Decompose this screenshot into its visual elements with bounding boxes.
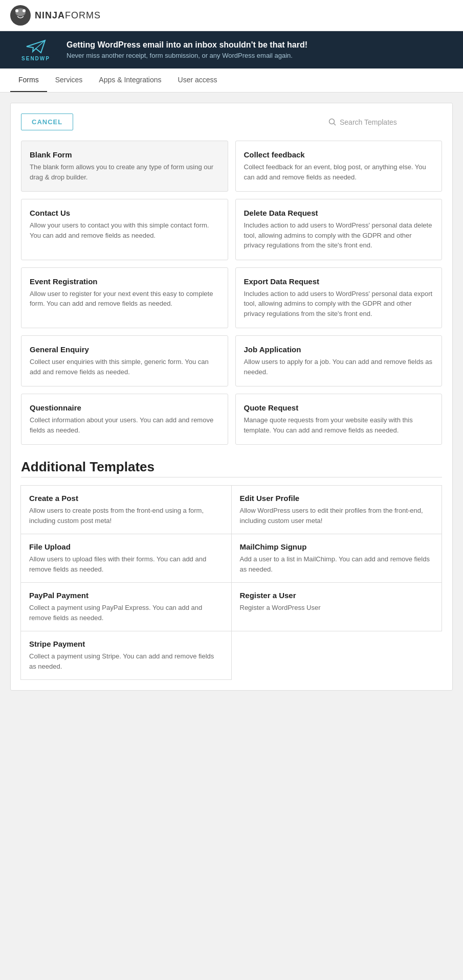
svg-point-7 <box>329 119 335 124</box>
template-card[interactable]: Questionnaire Collect information about … <box>21 394 228 445</box>
additional-description: Register a WordPress User <box>240 603 434 613</box>
template-description: Includes action to add users to WordPres… <box>244 289 434 319</box>
search-input[interactable] <box>340 118 442 126</box>
additional-section: Additional Templates Create a Post Allow… <box>21 459 442 680</box>
template-grid: Blank Form The blank form allows you to … <box>21 141 442 445</box>
template-description: Collect information about your users. Yo… <box>30 415 219 435</box>
tab-apps-integrations[interactable]: Apps & Integrations <box>91 69 169 92</box>
svg-point-3 <box>15 9 18 12</box>
template-title: Job Application <box>244 345 434 354</box>
additional-title-text: Edit User Profile <box>240 494 434 503</box>
template-card[interactable]: Collect feedback Collect feedback for an… <box>235 141 443 192</box>
template-card[interactable]: Quote Request Manage quote requests from… <box>235 394 443 445</box>
sendwp-banner[interactable]: SENDWP Getting WordPress email into an i… <box>0 31 463 69</box>
additional-grid: Create a Post Allow users to create post… <box>21 486 442 680</box>
additional-description: Allow users to create posts from the fro… <box>29 506 223 526</box>
sendwp-logo: SENDWP <box>15 38 56 61</box>
brand-name: NINJAFORMS <box>35 10 101 21</box>
additional-card[interactable]: Register a User Register a WordPress Use… <box>231 582 443 631</box>
sendwp-content: Getting WordPress email into an inbox sh… <box>67 40 307 59</box>
panel-top-bar: CANCEL <box>21 113 442 130</box>
template-card[interactable]: Blank Form The blank form allows you to … <box>21 141 228 192</box>
nav-tabs: Forms Services Apps & Integrations User … <box>0 69 463 93</box>
additional-title-text: Create a Post <box>29 494 223 503</box>
svg-line-8 <box>334 123 336 125</box>
search-area <box>328 118 442 126</box>
template-title: Collect feedback <box>244 150 434 159</box>
template-card[interactable]: General Enquiry Collect user enquiries w… <box>21 335 228 386</box>
template-description: Collect user enquiries with this simple,… <box>30 357 219 377</box>
svg-marker-5 <box>27 40 45 53</box>
additional-description: Collect a payment using Stripe. You can … <box>29 651 223 671</box>
template-title: Event Registration <box>30 277 219 286</box>
additional-description: Collect a payment using PayPal Express. … <box>29 603 223 623</box>
template-description: Collect feedback for an event, blog post… <box>244 162 434 182</box>
template-title: Export Data Request <box>244 277 434 286</box>
logo-area: NINJAFORMS <box>10 5 101 26</box>
additional-templates-title: Additional Templates <box>21 459 442 475</box>
additional-card[interactable]: File Upload Allow users to upload files … <box>20 534 232 583</box>
template-description: The blank form allows you to create any … <box>30 162 219 182</box>
template-description: Allow user to register for your next eve… <box>30 289 219 309</box>
additional-description: Allow users to upload files with their f… <box>29 554 223 574</box>
additional-description: Allow WordPress users to edit their prof… <box>240 506 434 526</box>
tab-services[interactable]: Services <box>47 69 91 92</box>
sendwp-plane-icon <box>26 38 46 55</box>
svg-point-4 <box>23 9 26 12</box>
additional-title-text: MailChimp Signup <box>240 542 434 551</box>
template-panel: CANCEL Blank Form The blank form allows … <box>10 103 453 691</box>
tab-forms[interactable]: Forms <box>10 69 47 92</box>
additional-title-text: File Upload <box>29 542 223 551</box>
template-description: Manage quote requests from your website … <box>244 415 434 435</box>
additional-card[interactable]: Edit User Profile Allow WordPress users … <box>231 485 443 534</box>
template-title: General Enquiry <box>30 345 219 354</box>
additional-card[interactable]: Stripe Payment Collect a payment using S… <box>20 631 232 680</box>
template-title: Quote Request <box>244 403 434 412</box>
search-icon <box>328 118 337 126</box>
template-card[interactable]: Job Application Allow users to apply for… <box>235 335 443 386</box>
sendwp-headline: Getting WordPress email into an inbox sh… <box>67 40 307 50</box>
additional-title-text: Register a User <box>240 591 434 600</box>
sendwp-label: SENDWP <box>21 56 50 61</box>
cancel-button[interactable]: CANCEL <box>21 113 73 130</box>
template-title: Blank Form <box>30 150 219 159</box>
template-title: Questionnaire <box>30 403 219 412</box>
additional-divider <box>21 477 442 477</box>
template-title: Delete Data Request <box>244 209 434 217</box>
template-card[interactable]: Event Registration Allow user to registe… <box>21 267 228 329</box>
additional-card[interactable]: MailChimp Signup Add a user to a list in… <box>231 534 443 583</box>
template-card[interactable]: Contact Us Allow your users to contact y… <box>21 199 228 260</box>
template-description: Allow users to apply for a job. You can … <box>244 357 434 377</box>
template-description: Allow your users to contact you with thi… <box>30 220 219 240</box>
template-title: Contact Us <box>30 209 219 217</box>
additional-title-text: PayPal Payment <box>29 591 223 600</box>
template-description: Includes action to add users to WordPres… <box>244 220 434 250</box>
template-card[interactable]: Export Data Request Includes action to a… <box>235 267 443 329</box>
additional-description: Add a user to a list in MailChimp. You c… <box>240 554 434 574</box>
main-content: CANCEL Blank Form The blank form allows … <box>0 93 463 701</box>
additional-title-text: Stripe Payment <box>29 640 223 648</box>
tab-user-access[interactable]: User access <box>170 69 226 92</box>
ninja-forms-icon <box>10 5 31 26</box>
top-bar: NINJAFORMS <box>0 0 463 31</box>
additional-card[interactable]: Create a Post Allow users to create post… <box>20 485 232 534</box>
template-card[interactable]: Delete Data Request Includes action to a… <box>235 199 443 260</box>
additional-card[interactable]: PayPal Payment Collect a payment using P… <box>20 582 232 631</box>
sendwp-subline: Never miss another receipt, form submiss… <box>67 52 307 59</box>
